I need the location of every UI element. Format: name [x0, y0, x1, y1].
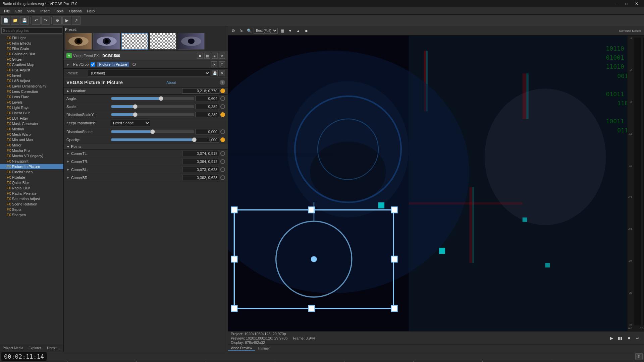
menu-view[interactable]: View: [24, 8, 38, 14]
settings-btn[interactable]: ⚙: [53, 16, 62, 25]
pip-about-btn[interactable]: About: [166, 80, 176, 84]
fx-item-gaussian-blur[interactable]: Gaussian Blur: [0, 51, 63, 57]
pip-save-preset[interactable]: 💾: [212, 70, 218, 76]
scale-slider-thumb[interactable]: [133, 104, 138, 109]
scale-value[interactable]: [196, 104, 219, 109]
vfx-chain-btn[interactable]: ■: [197, 53, 203, 59]
fx-item-layer-dim[interactable]: Layer Dimensionality: [0, 83, 63, 89]
menu-file[interactable]: File: [1, 8, 13, 14]
fx-item-radial-pixelate[interactable]: Radial Pixelate: [0, 191, 63, 196]
fx-item-invert[interactable]: Invert: [0, 73, 63, 78]
fx-item-lens-flare[interactable]: Lens Flare: [0, 94, 63, 100]
fx-item-radial-blur[interactable]: Radial Blur: [0, 185, 63, 191]
angle-slider[interactable]: [111, 97, 194, 100]
distortion-shear-dot[interactable]: [220, 129, 225, 134]
opacity-slider[interactable]: [111, 138, 194, 141]
fx-item-pip[interactable]: Picture In Picture: [0, 164, 63, 169]
window-controls[interactable]: – □ ✕: [612, 0, 641, 7]
timeline-settings-btn[interactable]: ⚙: [635, 353, 643, 360]
undo-btn[interactable]: ↶: [32, 16, 41, 25]
keep-proportions-dropdown[interactable]: Fixed Shape: [110, 120, 150, 126]
fx-item-fill-light[interactable]: Fill Light: [0, 35, 63, 41]
preview-canvas[interactable]: 10110 01001 11010 00110 10101 01011 1100…: [228, 36, 627, 331]
scale-slider[interactable]: [111, 105, 194, 108]
pip-points-header[interactable]: ▼ Points: [64, 144, 228, 149]
fx-item-linear-blur[interactable]: Linear Blur: [0, 110, 63, 116]
angle-keyframe-dot[interactable]: [220, 96, 225, 101]
preview-fx-btn[interactable]: fx: [237, 27, 245, 35]
preview-settings-btn[interactable]: ⚙: [229, 27, 237, 35]
fx-item-mesh-warp[interactable]: Mesh Warp: [0, 132, 63, 137]
vfx-close-btn[interactable]: ✕: [219, 53, 225, 59]
location-keyframe-dot[interactable]: [220, 88, 225, 93]
pip-preset-dropdown[interactable]: (Default): [88, 70, 210, 76]
preview-stop-btn[interactable]: ■: [625, 335, 633, 342]
fx-item-film-effects[interactable]: Film Effects: [0, 41, 63, 46]
fx-item-pinch[interactable]: Pinch/Punch: [0, 169, 63, 175]
menu-help[interactable]: Help: [84, 8, 97, 14]
preview-pause-btn[interactable]: ▮▮: [616, 335, 624, 342]
tab-explorer[interactable]: Explorer: [26, 346, 44, 350]
corner-tr-value[interactable]: [182, 159, 219, 164]
preview-grid-btn[interactable]: ▦: [278, 27, 286, 35]
fx-item-mask-gen[interactable]: Mask Generator: [0, 121, 63, 126]
distortion-shear-slider[interactable]: [111, 130, 194, 133]
preview-quality-dropdown[interactable]: Best (Full): [254, 28, 278, 34]
minimize-button[interactable]: –: [612, 0, 621, 7]
distortion-scale-y-slider[interactable]: [111, 113, 194, 116]
distortion-scale-y-thumb[interactable]: [133, 112, 138, 117]
pip-help-btn[interactable]: ?: [220, 80, 225, 85]
render-btn[interactable]: ▶: [62, 16, 71, 25]
fx-search-input[interactable]: [1, 27, 62, 34]
corner-tr-dot[interactable]: [220, 159, 225, 164]
menu-tools[interactable]: Tools: [52, 8, 66, 14]
pip-location-header[interactable]: ► Location:: [64, 87, 228, 95]
tab-trimmer[interactable]: Trimmer: [255, 347, 273, 350]
preview-play-btn[interactable]: ▶: [608, 335, 615, 342]
tab-transitions[interactable]: Transiti...: [44, 346, 63, 350]
distortion-shear-value[interactable]: [196, 129, 219, 134]
redo-btn[interactable]: ↷: [41, 16, 50, 25]
preset-thumb-1[interactable]: [65, 33, 92, 50]
pip-del-preset[interactable]: ✕: [219, 70, 225, 76]
fx-item-scene-rotation[interactable]: Scene Rotation: [0, 201, 63, 207]
pancrop-chain-btn[interactable]: ⌹: [219, 61, 225, 67]
preview-copy-btn[interactable]: ▲: [294, 27, 302, 35]
fx-item-levels[interactable]: Levels: [0, 100, 63, 105]
fx-item-lens-correction[interactable]: Lens Correction: [0, 89, 63, 94]
fx-item-lut-filter[interactable]: LUT Filter: [0, 116, 63, 121]
distortion-scale-y-value[interactable]: [196, 112, 219, 117]
restore-button[interactable]: □: [622, 0, 631, 7]
menu-options[interactable]: Options: [66, 8, 85, 14]
opacity-value[interactable]: [196, 137, 219, 142]
opacity-thumb[interactable]: [192, 137, 197, 142]
fx-item-lab-adjust[interactable]: LAB Adjust: [0, 78, 63, 83]
fx-item-mirror[interactable]: Mirror: [0, 142, 63, 148]
opacity-dot[interactable]: [220, 137, 225, 142]
preview-snap-btn[interactable]: ▼: [286, 27, 294, 35]
fx-item-saturation[interactable]: Saturation Adjust: [0, 196, 63, 201]
scale-keyframe-dot[interactable]: [220, 104, 225, 109]
new-btn[interactable]: 📄: [1, 16, 10, 25]
distortion-scale-y-dot[interactable]: [220, 112, 225, 117]
open-btn[interactable]: 📁: [11, 16, 19, 25]
vfx-menu-btn[interactable]: ≡: [212, 53, 218, 59]
preview-loop-btn[interactable]: ∞: [634, 335, 641, 342]
fx-item-sharpen[interactable]: Sharpen: [0, 212, 63, 218]
preview-zoom-btn[interactable]: 🔍: [246, 27, 253, 35]
menu-insert[interactable]: Insert: [38, 8, 52, 14]
fx-item-mocha-vr[interactable]: Mocha VR (legacy): [0, 153, 63, 159]
vfx-grid-btn[interactable]: ▦: [204, 53, 210, 59]
fx-item-sepia[interactable]: Sepia: [0, 207, 63, 212]
corner-bl-value[interactable]: [182, 167, 219, 172]
angle-slider-thumb[interactable]: [159, 96, 163, 101]
corner-br-value[interactable]: [182, 175, 219, 180]
pip-enabled-checkbox[interactable]: [91, 62, 95, 67]
preset-thumb-2[interactable]: [93, 33, 120, 50]
location-value[interactable]: [182, 88, 219, 94]
angle-value[interactable]: [196, 96, 219, 101]
corner-bl-dot[interactable]: [220, 167, 225, 172]
fx-item-mocha-pro[interactable]: Mocha Pro: [0, 148, 63, 153]
close-button[interactable]: ✕: [632, 0, 641, 7]
preset-thumb-4[interactable]: [150, 33, 176, 50]
